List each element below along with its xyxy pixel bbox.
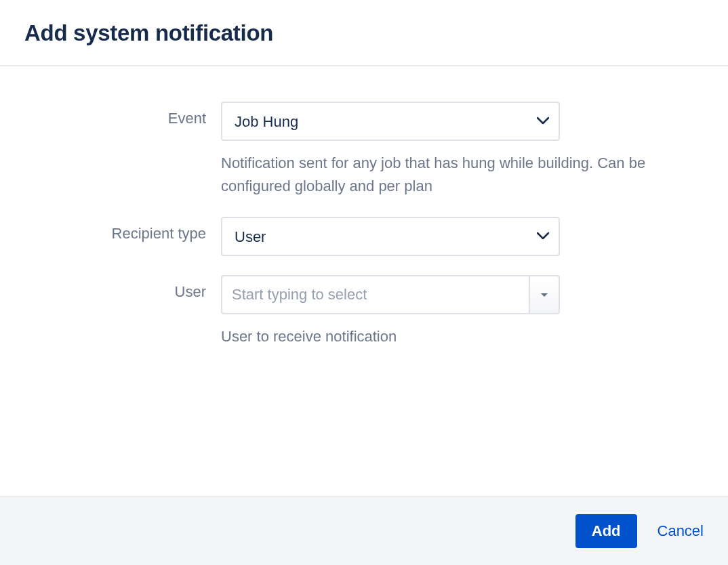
event-select[interactable]: Job Hung [221, 102, 560, 141]
event-label: Event [24, 102, 221, 127]
user-help-text: User to receive notification [221, 325, 695, 348]
recipient-type-select[interactable]: User [221, 217, 560, 256]
add-button[interactable]: Add [575, 514, 637, 548]
dialog-footer: Add Cancel [0, 496, 728, 565]
user-dropdown-button[interactable] [529, 275, 560, 314]
page-title: Add system notification [24, 20, 704, 46]
cancel-button[interactable]: Cancel [658, 522, 704, 540]
user-input[interactable] [221, 275, 529, 314]
dialog-header: Add system notification [0, 0, 728, 66]
event-help-text: Notification sent for any job that has h… [221, 152, 695, 198]
user-row: User User to receive notification [24, 275, 704, 348]
caret-down-icon [540, 290, 548, 300]
user-label: User [24, 275, 221, 301]
recipient-type-row: Recipient type User [24, 217, 704, 256]
event-row: Event Job Hung Notification sent for any… [24, 102, 704, 198]
recipient-type-label: Recipient type [24, 217, 221, 243]
form-container: Event Job Hung Notification sent for any… [0, 66, 728, 381]
